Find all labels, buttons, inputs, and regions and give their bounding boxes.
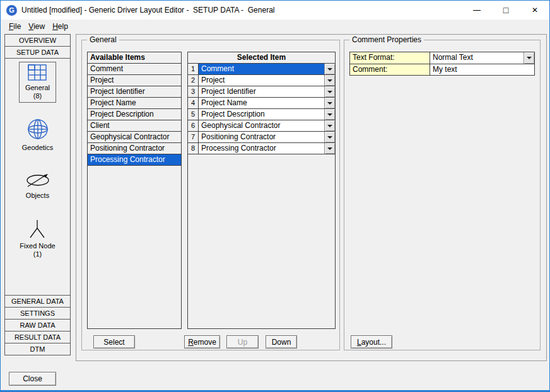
menu-help-rest: elp <box>58 22 68 31</box>
available-item[interactable]: Geophysical Contractor <box>88 132 181 143</box>
text-format-combo[interactable]: Normal Text <box>430 52 534 64</box>
selected-item-row: 8 Processing Contractor <box>188 143 335 154</box>
remove-button[interactable]: Remove <box>184 335 220 349</box>
selected-item-value: Project Name <box>199 98 324 108</box>
chevron-down-icon[interactable] <box>324 86 335 97</box>
selected-row-number: 8 <box>188 143 199 154</box>
layout-button[interactable]: Layout... <box>351 335 392 349</box>
selected-item-combo[interactable]: Comment <box>199 64 335 75</box>
nav-item-geodetics[interactable]: Geodetics <box>22 118 54 152</box>
nav-general-count: (8) <box>33 92 42 100</box>
available-item[interactable]: Comment <box>88 64 181 75</box>
triangle-glyph <box>527 57 532 59</box>
chevron-down-icon[interactable] <box>524 52 534 64</box>
sidebar-tab-general-data[interactable]: GENERAL DATA <box>4 295 71 308</box>
selected-item-combo[interactable]: Project Identifier <box>199 86 335 98</box>
menu-view[interactable]: View <box>25 20 49 33</box>
selected-item-value: Geophysical Contractor <box>199 120 324 131</box>
selected-item-row: 7 Positioning Contractor <box>188 132 335 143</box>
selected-row-number: 1 <box>188 64 199 75</box>
available-item[interactable]: Project Description <box>88 109 181 120</box>
setup-data-nav-panel: General (8) Geodetics <box>4 58 71 296</box>
chevron-down-icon[interactable] <box>324 98 335 108</box>
available-item[interactable]: Project <box>88 75 181 86</box>
selected-item-combo[interactable]: Project Description <box>199 109 335 120</box>
available-item-selected[interactable]: Processing Contractor <box>88 154 181 166</box>
sidebar-tab-settings[interactable]: SETTINGS <box>4 307 71 320</box>
app-window: G Untitled [modified] - Generic Driver L… <box>0 0 550 392</box>
triangle-glyph <box>327 68 332 71</box>
maximize-icon[interactable]: □ <box>491 1 520 20</box>
selected-item-combo[interactable]: Geophysical Contractor <box>199 120 335 132</box>
fixed-node-icon <box>26 219 48 241</box>
menu-help[interactable]: Help <box>49 20 72 33</box>
chevron-down-icon[interactable] <box>324 64 335 74</box>
chevron-down-icon[interactable] <box>324 109 335 120</box>
nav-objects-label: Objects <box>26 192 49 200</box>
down-button[interactable]: Down <box>266 335 297 349</box>
selected-item-combo[interactable]: Project <box>199 75 335 86</box>
general-grid-icon <box>28 64 47 83</box>
chevron-down-icon[interactable] <box>324 143 335 154</box>
sidebar-tab-result-data[interactable]: RESULT DATA <box>4 331 71 343</box>
selected-row-number: 7 <box>188 132 199 143</box>
chevron-down-icon[interactable] <box>324 75 335 86</box>
selected-item-value: Positioning Contractor <box>199 132 324 142</box>
comment-field[interactable]: My text <box>430 64 534 75</box>
text-format-row: Text Format: Normal Text <box>350 52 534 64</box>
menubar: File View Help <box>1 20 549 33</box>
minimize-icon[interactable]: — <box>462 1 491 20</box>
triangle-glyph <box>327 136 332 139</box>
menu-view-rest: iew <box>33 22 45 31</box>
sidebar-tab-dtm[interactable]: DTM <box>4 343 71 355</box>
triangle-glyph <box>327 113 332 116</box>
chevron-down-icon[interactable] <box>324 132 335 142</box>
available-item[interactable]: Project Identifier <box>88 86 181 98</box>
chevron-down-icon[interactable] <box>324 120 335 131</box>
nav-fixed-node-count: (1) <box>33 250 42 258</box>
sidebar-tab-overview[interactable]: OVERVIEW <box>4 34 71 47</box>
close-button[interactable]: Close <box>9 372 56 386</box>
sidebar-tab-raw-data[interactable]: RAW DATA <box>4 319 71 331</box>
nav-fixed-node-label: Fixed Node <box>20 242 55 250</box>
comment-properties-legend: Comment Properties <box>349 35 424 44</box>
text-format-value: Normal Text <box>430 52 524 64</box>
nav-item-fixed-node[interactable]: Fixed Node (1) <box>20 219 55 258</box>
window-controls: — □ ✕ <box>462 1 549 20</box>
text-format-label: Text Format: <box>350 52 430 64</box>
sidebar: OVERVIEW SETUP DATA General (8) <box>4 34 71 355</box>
selected-item-combo[interactable]: Project Name <box>199 98 335 109</box>
selected-item-value: Project <box>199 75 324 86</box>
selected-items-panel: Selected Item 1 Comment 2 Project <box>187 52 336 329</box>
sidebar-tab-setup-data[interactable]: SETUP DATA <box>4 46 71 59</box>
available-item[interactable]: Project Name <box>88 98 181 109</box>
selected-list-empty-area <box>188 154 335 328</box>
content-panel: General Available Items Comment Project … <box>76 34 547 361</box>
remove-button-rest: emove <box>194 338 216 347</box>
layout-button-accel: L <box>357 338 361 347</box>
selected-row-number: 4 <box>188 98 199 109</box>
selected-item-row: 2 Project <box>188 75 335 86</box>
menu-file[interactable]: File <box>5 20 25 33</box>
selected-item-value: Project Description <box>199 109 324 120</box>
selected-item-combo[interactable]: Positioning Contractor <box>199 132 335 143</box>
nav-item-objects[interactable]: Objects <box>25 172 51 200</box>
triangle-glyph <box>327 125 332 127</box>
selected-item-combo[interactable]: Processing Contractor <box>199 143 335 154</box>
remove-button-accel: R <box>188 338 194 347</box>
selected-row-number: 5 <box>188 109 199 120</box>
triangle-glyph <box>327 91 332 93</box>
select-button[interactable]: Select <box>93 335 135 349</box>
selected-item-value: Project Identifier <box>199 86 324 97</box>
available-item[interactable]: Client <box>88 120 181 132</box>
nav-item-general[interactable]: General (8) <box>19 62 56 103</box>
selected-item-header: Selected Item <box>188 52 335 64</box>
nav-geodetics-label: Geodetics <box>22 144 54 152</box>
selected-item-row: 3 Project Identifier <box>188 86 335 98</box>
up-button[interactable]: Up <box>226 335 259 349</box>
menu-help-accel: H <box>52 22 58 31</box>
close-window-icon[interactable]: ✕ <box>520 1 549 20</box>
available-item[interactable]: Positioning Contractor <box>88 143 181 154</box>
geodetics-globe-icon <box>26 118 49 142</box>
general-groupbox-legend: General <box>87 35 119 44</box>
